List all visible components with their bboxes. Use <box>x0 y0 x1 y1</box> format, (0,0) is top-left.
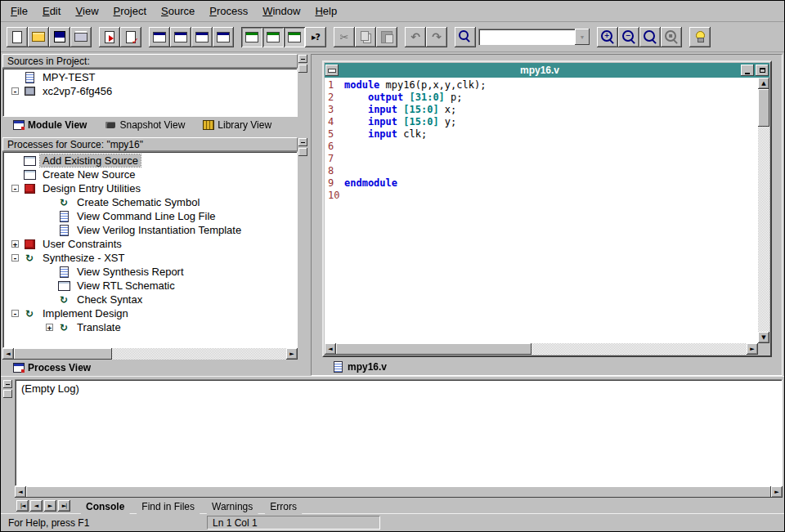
console-tab-console[interactable]: Console <box>75 498 135 515</box>
console-tab-find-in-files[interactable]: Find in Files <box>131 498 205 515</box>
processes-panel-gripper[interactable] <box>298 137 308 376</box>
console-log[interactable]: (Empty Log) <box>15 379 783 486</box>
tree-item-view-verilog-instantiation-template[interactable]: View Verilog Instantiation Template <box>3 223 297 237</box>
console-tab-warnings[interactable]: Warnings <box>201 498 263 515</box>
new-button[interactable] <box>7 27 28 47</box>
console-horizontal-scrollbar[interactable] <box>15 486 783 498</box>
menu-window[interactable]: Window <box>255 1 307 21</box>
expander-plus-icon[interactable]: + <box>11 240 19 248</box>
editor-horizontal-scrollbar[interactable] <box>325 343 758 355</box>
editor-titlebar[interactable]: mpy16.v <box>325 63 769 78</box>
code-editor[interactable]: 1module mpy16(p,x,y,clk);2 output [31:0]… <box>325 78 758 343</box>
processes-tab-process-view[interactable]: Process View <box>2 360 101 376</box>
scrollbar-thumb[interactable] <box>336 343 532 355</box>
view-summary-button[interactable] <box>170 27 191 47</box>
float-panel-button[interactable] <box>298 55 307 63</box>
editor-window: mpy16.v 1module mpy16(p,x,y,clk);2 outpu… <box>322 60 772 357</box>
tree-item-view-command-line-log-file[interactable]: View Command Line Log File <box>3 209 297 223</box>
tree-item-check-syntax[interactable]: Check Syntax <box>3 293 297 306</box>
sources-tab-library-view[interactable]: Library View <box>191 117 282 133</box>
next-tab-button[interactable] <box>44 500 56 512</box>
float-panel-button[interactable] <box>3 380 12 388</box>
toggle-console-window-button[interactable] <box>284 27 305 47</box>
menu-help[interactable]: Help <box>307 1 344 21</box>
console-panel-gripper[interactable] <box>2 379 13 513</box>
toggle-processes-window-button[interactable] <box>262 27 284 47</box>
scrollbar-thumb[interactable] <box>14 348 112 360</box>
toggle-sources-window-button[interactable] <box>241 27 262 47</box>
tree-item-design-entry-utilities[interactable]: -Design Entry Utilities <box>3 181 297 195</box>
scroll-up-button[interactable] <box>758 78 769 89</box>
editor-tab-mpy16-v[interactable]: mpy16.v <box>321 359 397 375</box>
scrollbar-track[interactable] <box>758 127 769 332</box>
tree-item-implement-design[interactable]: -Implement Design <box>3 306 297 320</box>
first-tab-button[interactable] <box>16 500 29 512</box>
view-reports-button[interactable] <box>149 27 170 47</box>
search-input[interactable] <box>478 29 575 45</box>
scroll-right-button[interactable] <box>286 348 298 360</box>
tree-item-create-new-source[interactable]: Create New Source <box>3 168 297 181</box>
float-panel-button[interactable] <box>298 138 307 146</box>
tree-item-view-rtl-schematic[interactable]: View RTL Schematic <box>3 279 297 293</box>
view-libraries-button[interactable] <box>213 27 234 47</box>
scroll-right-button[interactable] <box>771 486 783 498</box>
scrollbar-thumb[interactable] <box>758 89 769 127</box>
sources-panel-gripper[interactable] <box>298 54 308 133</box>
scroll-right-button[interactable] <box>747 343 758 355</box>
scrollbar-track[interactable] <box>532 343 747 355</box>
menu-project[interactable]: Project <box>106 1 154 21</box>
scroll-down-button[interactable] <box>758 332 769 343</box>
expander-plus-icon[interactable]: + <box>46 324 53 331</box>
view-hierarchy-button[interactable] <box>191 27 213 47</box>
previous-tab-button[interactable] <box>30 500 43 512</box>
menu-file[interactable]: File <box>3 1 35 21</box>
menu-source[interactable]: Source <box>154 1 202 21</box>
scrollbar-track[interactable] <box>112 348 286 360</box>
tree-item-mpy-test[interactable]: MPY-TEST <box>3 70 297 84</box>
minimize-button[interactable] <box>741 65 754 76</box>
zoom-out-button[interactable] <box>618 27 639 47</box>
last-tab-button[interactable] <box>58 500 70 512</box>
processes-tree[interactable]: Add Existing SourceCreate New Source-Des… <box>2 151 298 348</box>
hide-panel-button[interactable] <box>3 390 12 398</box>
scroll-left-button[interactable] <box>325 343 336 355</box>
find-button[interactable] <box>455 27 476 47</box>
lightbulb-button[interactable] <box>689 27 711 47</box>
sources-tab-snapshot-view[interactable]: Snapshot View <box>93 117 195 133</box>
menu-view[interactable]: View <box>68 1 105 21</box>
processes-horizontal-scrollbar[interactable] <box>2 348 298 360</box>
tree-item-synthesize-xst[interactable]: -Synthesize - XST <box>3 251 297 265</box>
scrollbar-thumb[interactable] <box>26 486 771 498</box>
expander-minus-icon[interactable]: - <box>11 185 19 192</box>
window-menu-button[interactable] <box>325 65 339 76</box>
hide-panel-button[interactable] <box>298 65 307 73</box>
create-new-source-button[interactable] <box>120 27 141 47</box>
add-existing-source-button[interactable] <box>99 27 120 47</box>
tree-item-xc2vp7-6fg456[interactable]: -xc2vp7-6fg456 <box>3 84 297 98</box>
console-tab-errors[interactable]: Errors <box>259 498 307 515</box>
context-help-button[interactable] <box>305 27 326 47</box>
print-button[interactable] <box>70 27 92 47</box>
menu-edit[interactable]: Edit <box>35 1 68 21</box>
sources-tab-module-view[interactable]: Module View <box>2 117 97 133</box>
menu-process[interactable]: Process <box>202 1 255 21</box>
editor-vertical-scrollbar[interactable] <box>758 78 769 343</box>
tree-item-view-synthesis-report[interactable]: View Synthesis Report <box>3 265 297 279</box>
sources-tree[interactable]: MPY-TEST-xc2vp7-6fg456 <box>2 68 298 117</box>
tree-item-user-constraints[interactable]: +User Constraints <box>3 237 297 251</box>
scroll-left-button[interactable] <box>15 486 26 498</box>
open-button[interactable] <box>28 27 49 47</box>
expander-minus-icon[interactable]: - <box>11 87 19 95</box>
tree-item-label: Add Existing Source <box>40 154 141 167</box>
tree-item-create-schematic-symbol[interactable]: Create Schematic Symbol <box>3 195 297 209</box>
tree-item-add-existing-source[interactable]: Add Existing Source <box>3 154 297 168</box>
zoom-in-button[interactable] <box>597 27 618 47</box>
tree-item-translate[interactable]: +Translate <box>3 320 297 334</box>
scroll-left-button[interactable] <box>2 348 14 360</box>
save-button[interactable] <box>49 27 70 47</box>
expander-minus-icon[interactable]: - <box>11 254 19 262</box>
hide-panel-button[interactable] <box>298 148 307 156</box>
maximize-button[interactable] <box>756 65 769 76</box>
zoom-full-button[interactable] <box>639 27 661 47</box>
expander-minus-icon[interactable]: - <box>11 310 19 317</box>
